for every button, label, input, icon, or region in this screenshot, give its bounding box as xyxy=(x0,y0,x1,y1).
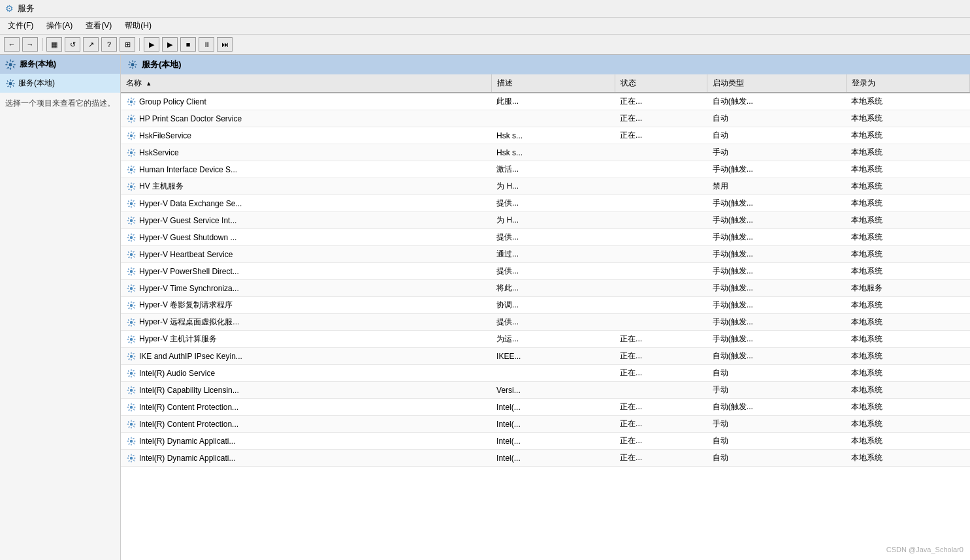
cell-status xyxy=(615,263,707,280)
cell-startup: 自动(触发... xyxy=(707,348,847,365)
svg-point-23 xyxy=(130,439,133,442)
app-icon: ⚙ xyxy=(5,3,14,14)
cell-desc: Intel(... xyxy=(491,450,615,467)
cell-status: 正在... xyxy=(615,127,707,144)
table-row[interactable]: Intel(R) Content Protection... Intel(...… xyxy=(121,416,970,433)
cell-name: Hyper-V Guest Shutdown ... xyxy=(121,229,491,246)
table-row[interactable]: Hyper-V Heartbeat Service 通过...手动(触发...本… xyxy=(121,246,970,263)
cell-desc: Intel(... xyxy=(491,416,615,433)
table-row[interactable]: Intel(R) Content Protection... Intel(...… xyxy=(121,399,970,416)
svg-point-10 xyxy=(130,219,133,221)
help-button[interactable]: ? xyxy=(101,37,117,52)
cell-name: Hyper-V PowerShell Direct... xyxy=(121,263,491,280)
cell-name: Intel(R) Content Protection... xyxy=(121,416,491,433)
service-icon xyxy=(126,97,137,107)
cell-startup: 手动 xyxy=(707,382,847,399)
cell-desc: 为 H... xyxy=(491,212,615,229)
start2-button[interactable]: ▶ xyxy=(162,37,178,52)
menu-file[interactable]: 文件(F) xyxy=(3,19,39,33)
table-row[interactable]: Hyper-V 远程桌面虚拟化服... 提供...手动(触发...本地系统 xyxy=(121,314,970,331)
cell-name: Intel(R) Dynamic Applicati... xyxy=(121,433,491,450)
table-row[interactable]: Intel(R) Dynamic Applicati... Intel(...正… xyxy=(121,433,970,450)
cell-status: 正在... xyxy=(615,399,707,416)
cell-desc: Hsk s... xyxy=(491,144,615,161)
start-button[interactable]: ▶ xyxy=(144,37,159,52)
cell-desc xyxy=(491,365,615,382)
cell-status xyxy=(615,229,707,246)
back-button[interactable]: ← xyxy=(4,37,20,52)
cell-logon: 本地系统 xyxy=(846,348,969,365)
service-icon xyxy=(126,385,137,396)
table-row[interactable]: Hyper-V 主机计算服务 为运...正在...手动(触发...本地系统 xyxy=(121,331,970,348)
svg-point-17 xyxy=(130,337,133,340)
cell-status xyxy=(615,195,707,212)
table-row[interactable]: Intel(R) Audio Service 正在...自动本地系统 xyxy=(121,365,970,382)
props-button[interactable]: ⊞ xyxy=(120,37,135,52)
table-row[interactable]: HP Print Scan Doctor Service 正在...自动本地系统 xyxy=(121,110,970,127)
service-icon xyxy=(126,351,137,362)
cell-logon: 本地系统 xyxy=(846,450,969,467)
table-row[interactable]: Hyper-V Guest Service Int... 为 H...手动(触发… xyxy=(121,212,970,229)
col-header-desc[interactable]: 描述 xyxy=(491,74,615,93)
cell-desc: 提供... xyxy=(491,263,615,280)
svg-point-3 xyxy=(130,100,133,102)
menu-view[interactable]: 查看(V) xyxy=(80,19,117,33)
table-row[interactable]: Hyper-V Guest Shutdown ... 提供...手动(触发...… xyxy=(121,229,970,246)
svg-point-18 xyxy=(130,354,133,357)
refresh-button[interactable]: ↺ xyxy=(65,37,80,52)
svg-point-0 xyxy=(9,63,12,66)
cell-desc: Intel(... xyxy=(491,433,615,450)
cell-name: IKE and AuthIP IPsec Keyin... xyxy=(121,348,491,365)
cell-status xyxy=(615,144,707,161)
service-icon xyxy=(126,368,137,379)
cell-name: Hyper-V Time Synchroniza... xyxy=(121,280,491,297)
cell-name: Hyper-V Guest Service Int... xyxy=(121,212,491,229)
col-header-startup[interactable]: 启动类型 xyxy=(707,74,847,93)
cell-logon: 本地系统 xyxy=(846,331,969,348)
cell-startup: 手动(触发... xyxy=(707,263,847,280)
table-row[interactable]: Hyper-V 卷影复制请求程序 协调...手动(触发...本地系统 xyxy=(121,297,970,314)
table-row[interactable]: IKE and AuthIP IPsec Keyin... IKEE...正在.… xyxy=(121,348,970,365)
svg-point-8 xyxy=(130,185,133,187)
table-row[interactable]: Human Interface Device S... 激活...手动(触发..… xyxy=(121,161,970,178)
title-bar: ⚙ 服务 xyxy=(0,0,970,18)
table-row[interactable]: HV 主机服务 为 H...禁用本地系统 xyxy=(121,178,970,195)
service-icon xyxy=(126,334,137,345)
table-row[interactable]: Hyper-V PowerShell Direct... 提供...手动(触发.… xyxy=(121,263,970,280)
table-row[interactable]: HskFileService Hsk s...正在...自动本地系统 xyxy=(121,127,970,144)
cell-status xyxy=(615,178,707,195)
table-row[interactable]: Intel(R) Dynamic Applicati... Intel(...正… xyxy=(121,450,970,467)
services-table[interactable]: 名称 ▲ 描述 状态 启动类型 登录为 xyxy=(121,74,970,560)
service-icon xyxy=(126,300,137,311)
table-row[interactable]: Group Policy Client 此服...正在...自动(触发...本地… xyxy=(121,93,970,110)
cell-status: 正在... xyxy=(615,433,707,450)
cell-desc: 通过... xyxy=(491,246,615,263)
col-header-status[interactable]: 状态 xyxy=(615,74,707,93)
col-header-logon[interactable]: 登录为 xyxy=(846,74,969,93)
stop-button[interactable]: ■ xyxy=(180,37,196,52)
cell-logon: 本地系统 xyxy=(846,263,969,280)
service-icon xyxy=(126,148,137,158)
service-icon xyxy=(126,131,137,141)
service-icon xyxy=(126,164,137,175)
pause-button[interactable]: ⏸ xyxy=(199,37,214,52)
table-row[interactable]: Hyper-V Time Synchroniza... 将此...手动(触发..… xyxy=(121,280,970,297)
col-header-name[interactable]: 名称 ▲ xyxy=(121,74,491,93)
resume-button[interactable]: ⏭ xyxy=(217,37,233,52)
cell-name: Intel(R) Dynamic Applicati... xyxy=(121,450,491,467)
menu-action[interactable]: 操作(A) xyxy=(41,19,78,33)
show-hide-button[interactable]: ▦ xyxy=(46,37,62,52)
table-row[interactable]: Hyper-V Data Exchange Se... 提供...手动(触发..… xyxy=(121,195,970,212)
cell-startup: 手动 xyxy=(707,416,847,433)
cell-status xyxy=(615,314,707,331)
svg-point-5 xyxy=(130,134,133,136)
menu-help[interactable]: 帮助(H) xyxy=(120,19,157,33)
forward-button[interactable]: → xyxy=(22,37,38,52)
table-row[interactable]: Intel(R) Capability Licensin... Versi...… xyxy=(121,382,970,399)
cell-name: Hyper-V 主机计算服务 xyxy=(121,331,491,348)
cell-status: 正在... xyxy=(615,93,707,110)
cell-desc: 提供... xyxy=(491,195,615,212)
export-button[interactable]: ↗ xyxy=(83,37,99,52)
sidebar-item-local-services[interactable]: 服务(本地) xyxy=(0,74,120,93)
table-row[interactable]: HskService Hsk s...手动本地系统 xyxy=(121,144,970,161)
